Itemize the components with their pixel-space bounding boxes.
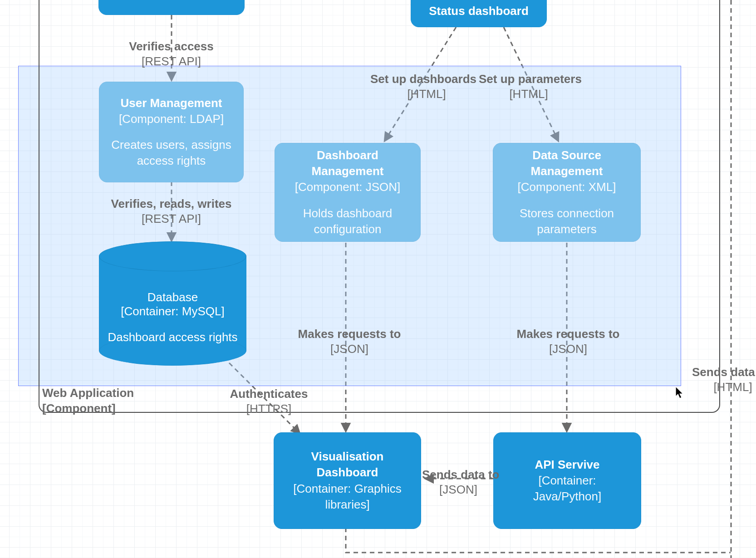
edge-makes-req1-l2: [JSON] [286, 342, 413, 357]
ds-mgmt-sub: [Component: XML] [518, 179, 616, 195]
db-desc: Dashboard access rights [108, 330, 237, 344]
edge-label-makes-req-1: Makes requests to [JSON] [286, 327, 413, 356]
edge-setup-parameters-l1: Set up parameters [479, 72, 606, 87]
edge-label-setup-parameters: Set up parameters [HTML] [479, 72, 606, 101]
ds-mgmt-desc: Stores connection parameters [520, 206, 614, 237]
edge-sends-html-l2: [HTML] [692, 380, 756, 395]
dash-mgmt-desc: Holds dashboard configuration [303, 206, 393, 237]
ds-mgmt-desc1: Stores connection [520, 206, 614, 220]
edge-label-setup-dashboards: Set up dashboards [HTML] [349, 72, 476, 101]
frame-label-line1: Web Application [42, 386, 134, 401]
edge-makes-req2-l2: [JSON] [505, 342, 632, 357]
dash-mgmt-desc1: Holds dashboard [303, 206, 393, 220]
node-database[interactable]: Database [Container: MySQL] Dashboard ac… [99, 241, 246, 366]
ds-mgmt-title: Data Source Management [505, 147, 628, 179]
dash-mgmt-sub: [Component: JSON] [295, 179, 401, 195]
edge-verifies-rw-l1: Verifies, reads, writes [102, 196, 241, 211]
edge-sends-html-l1: Sends data to [692, 365, 756, 380]
user-mgmt-sub: [Component: LDAP] [119, 111, 224, 127]
edge-verifies-access-l1: Verifies access [113, 39, 229, 54]
user-mgmt-desc1: Creates users, assigns [111, 138, 231, 152]
node-status-dashboard-title: Status dashboard [429, 3, 529, 19]
api-title: API Servive [535, 457, 599, 473]
edge-label-makes-req-2: Makes requests to [JSON] [505, 327, 632, 356]
edge-makes-req2-l1: Makes requests to [505, 327, 632, 342]
edge-setup-dashboards-l2: [HTML] [349, 87, 476, 102]
edge-setup-parameters-l2: [HTML] [479, 87, 606, 102]
api-sub: [Container: Java/Python] [506, 473, 629, 504]
db-title: Database [147, 290, 198, 304]
edge-label-verifies-rw: Verifies, reads, writes [REST API] [102, 196, 241, 226]
edge-label-authenticates: Authenticates [HTTPS] [213, 387, 324, 416]
vis-sub2: libraries] [325, 497, 369, 513]
edge-label-sends-data-html: Sends data to [HTML] [692, 365, 756, 394]
edge-authenticates-l1: Authenticates [213, 387, 324, 401]
edge-verifies-rw-l2: [REST API] [102, 211, 241, 226]
frame-label-line2: [Component] [42, 401, 134, 416]
user-mgmt-title: User Management [121, 95, 222, 111]
edge-verifies-access-l2: [REST API] [113, 54, 229, 69]
node-top-left-box[interactable] [98, 0, 245, 15]
node-dashboard-management[interactable]: Dashboard Management [Component: JSON] H… [275, 143, 421, 242]
web-application-frame-label: Web Application [Component] [42, 386, 134, 416]
node-user-management[interactable]: User Management [Component: LDAP] Create… [99, 82, 244, 182]
db-sub: [Container: MySQL] [121, 304, 224, 318]
edge-authenticates-l2: [HTTPS] [213, 401, 324, 416]
user-mgmt-desc: Creates users, assigns access rights [111, 137, 231, 169]
edge-makes-req1-l1: Makes requests to [286, 327, 413, 342]
vis-title: Visualisation Dashboard [286, 449, 409, 480]
dash-mgmt-title: Dashboard Management [287, 147, 408, 179]
dash-mgmt-desc2: configuration [314, 222, 382, 236]
ds-mgmt-desc2: parameters [537, 222, 597, 236]
user-mgmt-desc2: access rights [137, 154, 206, 167]
edge-setup-dashboards-l1: Set up dashboards [349, 72, 476, 87]
edge-label-sends-data-json: Sends data to [JSON] [422, 467, 495, 497]
node-visualisation-dashboard[interactable]: Visualisation Dashboard [Container: Grap… [274, 432, 421, 529]
node-status-dashboard[interactable]: Status dashboard [411, 0, 547, 27]
node-api-service[interactable]: API Servive [Container: Java/Python] [493, 432, 641, 529]
edge-sends-json-l2: [JSON] [422, 482, 495, 497]
edge-sends-json-l1: Sends data to [422, 467, 495, 482]
vis-sub1: [Container: Graphics [293, 481, 401, 497]
edge-label-verifies-access: Verifies access [REST API] [113, 39, 229, 69]
node-data-source-management[interactable]: Data Source Management [Component: XML] … [493, 143, 641, 242]
